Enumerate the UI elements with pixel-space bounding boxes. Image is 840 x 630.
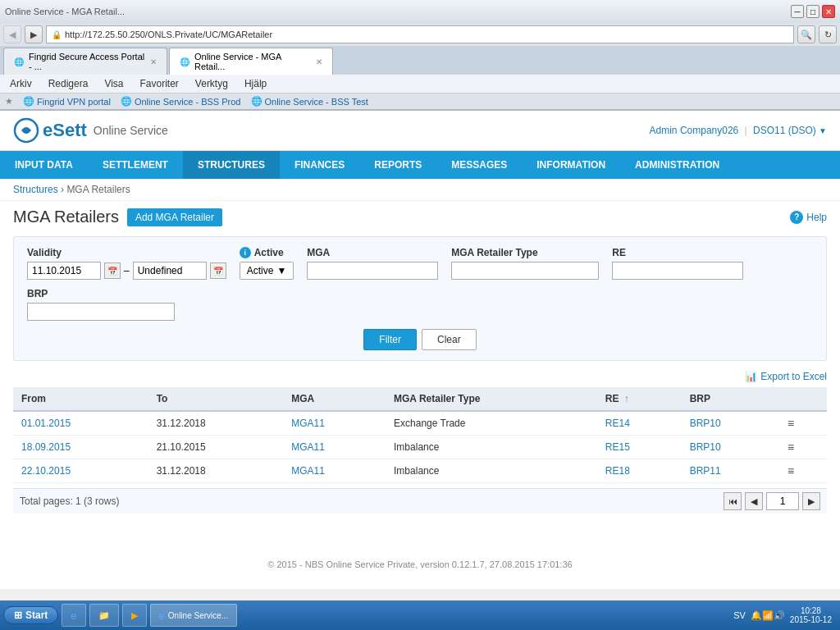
export-row: 📊 Export to Excel <box>13 371 827 382</box>
cell-type-0: Exchange Trade <box>386 411 597 436</box>
help-link[interactable]: ? Help <box>790 211 827 224</box>
dropdown-icon[interactable]: ▼ <box>819 126 827 135</box>
menu-hjalp[interactable]: Hjälp <box>241 76 270 91</box>
search-btn[interactable]: 🔍 <box>797 25 815 43</box>
mga-retailer-type-label: MGA Retailer Type <box>451 247 599 258</box>
date-from-input[interactable] <box>27 262 101 280</box>
cell-brp-2: BRP11 <box>682 459 779 483</box>
clear-button[interactable]: Clear <box>422 329 477 350</box>
maximize-btn[interactable]: □ <box>806 5 819 18</box>
breadcrumb-parent[interactable]: Structures <box>13 184 58 195</box>
prev-page-btn[interactable]: ◀ <box>745 492 763 510</box>
tab-icon-1: 🌐 <box>14 57 24 66</box>
forward-btn[interactable]: ▶ <box>25 25 43 43</box>
brp-link-0[interactable]: BRP10 <box>690 418 721 429</box>
menu-favoriter[interactable]: Favoriter <box>137 76 182 91</box>
tab-onlineservice[interactable]: 🌐 Online Service - MGA Retail... ✕ <box>169 48 333 75</box>
col-actions <box>779 387 827 411</box>
date-to-input[interactable] <box>133 262 207 280</box>
filter-actions: Filter Clear <box>27 329 813 350</box>
menu-visa[interactable]: Visa <box>101 76 126 91</box>
address-input[interactable] <box>65 30 788 39</box>
menu-arkiv[interactable]: Arkiv <box>7 76 35 91</box>
refresh-btn[interactable]: ↻ <box>819 25 837 43</box>
brp-link-2[interactable]: BRP11 <box>690 465 721 477</box>
nav-structures[interactable]: STRUCTURES <box>183 151 280 179</box>
mga-link-1[interactable]: MGA11 <box>291 441 325 453</box>
window-title: Online Service - MGA Retail... <box>5 7 125 16</box>
breadcrumb-current: MGA Retailers <box>66 184 130 195</box>
menu-redigera[interactable]: Redigera <box>45 76 92 91</box>
re-link-0[interactable]: RE14 <box>605 418 630 429</box>
fav-vpn[interactable]: 🌐 Fingrid VPN portal <box>23 96 111 107</box>
export-label: Export to Excel <box>760 371 827 382</box>
cell-menu-2: ≡ <box>779 459 827 483</box>
row-menu-icon-0[interactable]: ≡ <box>788 417 794 430</box>
menu-verktyg[interactable]: Verktyg <box>192 76 231 91</box>
fav-vpn-icon: 🌐 <box>23 96 34 107</box>
active-group: i Active Active ▼ <box>240 247 294 280</box>
row-menu-icon-2[interactable]: ≡ <box>788 464 794 477</box>
re-input[interactable] <box>612 262 743 280</box>
fav-bss-prod[interactable]: 🌐 Online Service - BSS Prod <box>121 96 241 107</box>
nav-reports[interactable]: REPORTS <box>359 151 436 179</box>
minimize-btn[interactable]: ─ <box>791 5 804 18</box>
pagination-controls: ⏮ ◀ ▶ <box>724 492 827 510</box>
re-link-1[interactable]: RE15 <box>605 441 630 453</box>
page-number-input[interactable] <box>766 492 799 510</box>
row-menu-icon-1[interactable]: ≡ <box>788 441 794 454</box>
mga-retailer-type-input[interactable] <box>451 262 599 280</box>
close-btn[interactable]: ✕ <box>822 5 835 18</box>
tab-close-1[interactable]: ✕ <box>150 57 157 66</box>
page-content: MGA Retailers Add MGA Retailer ? Help Va… <box>0 201 840 589</box>
add-mga-retailer-button[interactable]: Add MGA Retailer <box>127 208 222 226</box>
mga-input[interactable] <box>307 262 438 280</box>
active-label: i Active <box>240 247 294 258</box>
data-table: From To MGA MGA Retailer Type RE ↑ BRP 0… <box>13 387 827 483</box>
app-footer: © 2015 - NBS Online Service Private, ver… <box>13 546 827 582</box>
nav-input-data[interactable]: INPUT DATA <box>0 151 88 179</box>
first-page-btn[interactable]: ⏮ <box>724 492 742 510</box>
export-excel-link[interactable]: 📊 Export to Excel <box>745 371 827 382</box>
help-icon: ? <box>790 211 803 224</box>
next-page-btn[interactable]: ▶ <box>802 492 820 510</box>
cell-menu-1: ≡ <box>779 436 827 459</box>
user-role[interactable]: DSO11 (DSO) <box>753 125 816 136</box>
re-link-2[interactable]: RE18 <box>605 465 630 477</box>
from-link-1[interactable]: 18.09.2015 <box>21 441 71 453</box>
mga-link-2[interactable]: MGA11 <box>291 465 325 477</box>
cell-from-1: 18.09.2015 <box>13 436 148 459</box>
logo-text: eSett <box>43 120 87 141</box>
cell-from-0: 01.01.2015 <box>13 411 148 436</box>
active-dropdown-btn[interactable]: Active ▼ <box>240 262 294 280</box>
back-btn[interactable]: ◀ <box>3 25 21 43</box>
tab-fingrid[interactable]: 🌐 Fingrid Secure Access Portal - ... ✕ <box>3 48 167 75</box>
cell-re-2: RE18 <box>597 459 682 483</box>
brp-link-1[interactable]: BRP10 <box>690 441 721 453</box>
fav-bss-test[interactable]: 🌐 Online Service - BSS Test <box>251 96 368 107</box>
col-mga-retailer-type: MGA Retailer Type <box>386 387 597 411</box>
active-value: Active <box>247 265 274 276</box>
mga-link-0[interactable]: MGA11 <box>291 418 325 429</box>
cell-re-0: RE14 <box>597 411 682 436</box>
browser-menu-bar: Arkiv Redigera Visa Favoriter Verktyg Hj… <box>0 75 840 94</box>
filter-button[interactable]: Filter <box>363 329 417 350</box>
col-re: RE ↑ <box>597 387 682 411</box>
address-icon: 🔒 <box>52 30 62 39</box>
date-from-calendar-btn[interactable]: 📅 <box>104 262 121 279</box>
brp-input[interactable] <box>27 303 175 321</box>
tab-close-2[interactable]: ✕ <box>316 57 322 66</box>
table-container: 📊 Export to Excel From To MGA MGA Retail… <box>13 371 827 514</box>
from-link-0[interactable]: 01.01.2015 <box>21 418 71 429</box>
app-header: eSett Online Service Admin Company026 | … <box>0 111 840 151</box>
from-link-2[interactable]: 22.10.2015 <box>21 465 71 477</box>
fav-vpn-label: Fingrid VPN portal <box>37 97 111 107</box>
re-label: RE <box>612 247 743 258</box>
nav-messages[interactable]: MESSAGES <box>436 151 522 179</box>
nav-information[interactable]: INFORMATION <box>522 151 620 179</box>
nav-administration[interactable]: ADMINISTRATION <box>620 151 734 179</box>
cell-re-1: RE15 <box>597 436 682 459</box>
date-to-calendar-btn[interactable]: 📅 <box>210 262 226 279</box>
nav-finances[interactable]: FINANCES <box>280 151 359 179</box>
nav-settlement[interactable]: SETTLEMENT <box>88 151 183 179</box>
